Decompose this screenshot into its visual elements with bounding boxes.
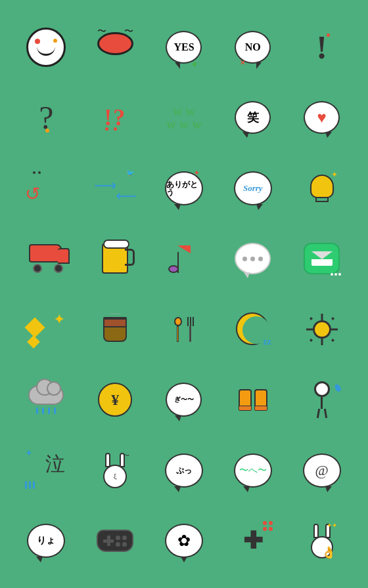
cell-mail	[288, 225, 355, 293]
lightbulb-emoji: ✦	[296, 162, 348, 215]
cell-question: ?	[13, 84, 80, 152]
ray-top	[321, 314, 323, 320]
rabbit-symbol: ξ	[114, 472, 117, 480]
pu-emoji: ぷっ	[158, 444, 210, 497]
cross-dot2	[269, 521, 273, 525]
cell-smiley	[13, 13, 80, 81]
cell-arrow-face: ↺	[13, 154, 80, 222]
cell-wave-bubble: 〜へ〜	[219, 436, 286, 505]
tine2	[190, 317, 191, 326]
cross-dots	[263, 521, 273, 531]
sun-container	[306, 314, 338, 345]
big-mouth	[97, 32, 133, 55]
cell-sorry: Sorry	[219, 154, 286, 222]
truck-body	[29, 244, 62, 262]
bird-arrows: 🐦 ⟶ ⟶	[94, 170, 137, 206]
cell-coffee: ~~~	[82, 295, 149, 364]
stick-body	[321, 397, 323, 409]
cell-boo: ぎ〜〜	[151, 366, 218, 434]
exclaim-mark: !	[316, 31, 327, 64]
dot1	[242, 257, 247, 261]
cutlery-emoji	[158, 303, 210, 356]
sun-body	[313, 320, 331, 339]
cell-shoes	[219, 366, 286, 434]
heart-symbol: ♥	[317, 110, 326, 125]
cell-sweat	[288, 366, 355, 434]
sorry-emoji: Sorry	[227, 162, 279, 215]
cell-lightbulb: ✦	[288, 154, 355, 222]
cell-yes: YES	[151, 13, 218, 81]
laugh-text: 笑	[247, 112, 259, 123]
mail-emoji	[296, 232, 348, 285]
pad-body	[97, 530, 133, 552]
spoon-handle	[177, 326, 179, 342]
eye-right	[53, 39, 57, 43]
sweat-face	[300, 379, 343, 421]
drop2	[42, 408, 44, 414]
cell-yen: ¥	[82, 366, 149, 434]
spoon	[174, 317, 182, 342]
flag-triangle	[177, 245, 191, 253]
small-diamond	[27, 335, 40, 348]
cell-beer	[82, 225, 149, 293]
pu-bubble: ぷっ	[165, 453, 203, 488]
arigatou-emoji: ありがとう ✦	[158, 162, 210, 215]
wavy-emoji: w w w w w	[158, 91, 210, 144]
rabbit-stars: ✦✦	[327, 522, 337, 529]
truck-emoji	[20, 232, 72, 285]
cell-sparkles: ✦	[13, 295, 80, 364]
fork-tines	[187, 317, 194, 326]
cell-wavy: w w w w w	[151, 84, 218, 152]
cell-cutlery	[151, 295, 218, 364]
dbl-exclaim-emoji: !?	[89, 91, 141, 144]
leg-right	[323, 409, 327, 418]
ray-left	[306, 328, 313, 330]
action-buttons	[116, 536, 127, 547]
btn-b	[122, 536, 127, 540]
ray-tr	[331, 317, 334, 320]
btn-a	[116, 536, 120, 540]
lightbulb: ✦	[310, 175, 334, 202]
cell-exclaim: !	[288, 13, 355, 81]
rabbit: ξ 〜	[103, 453, 127, 488]
cross-dot4	[269, 527, 273, 531]
cell-heart: ♥	[288, 84, 355, 152]
rabbit-hand: ✦✦ 👌	[311, 524, 333, 558]
shoe-right	[254, 389, 267, 410]
music-emoji	[158, 232, 210, 285]
cry-drops	[25, 481, 35, 489]
cell-pu: ぷっ	[151, 436, 218, 505]
eye-left	[35, 39, 40, 44]
dot2	[250, 257, 255, 261]
rabbit-ok-emoji: ✦✦ 👌	[296, 514, 348, 567]
laugh-bubble: 笑	[235, 101, 271, 134]
music-flag	[166, 239, 202, 278]
bird-icon: 🐦	[126, 170, 134, 177]
cross-dot1	[263, 521, 267, 525]
x-dot: ✕	[240, 60, 245, 66]
cell-no: NO ✕	[219, 13, 286, 81]
cell-cross: ✚	[219, 507, 286, 576]
rain-emoji	[20, 373, 72, 426]
cloud-body	[28, 385, 64, 405]
mail-dots	[331, 273, 341, 276]
cell-cry: ✦ 泣	[13, 436, 80, 505]
ryo-text: りょ	[37, 536, 55, 545]
note-stem	[177, 252, 179, 273]
arrow-face-emoji: ↺	[20, 162, 72, 215]
cell-dbl-exclaim: !?	[82, 84, 149, 152]
coffee-cup: ~~~	[103, 317, 127, 342]
bird-arrows-emoji: 🐦 ⟶ ⟶	[89, 162, 141, 215]
envelope	[311, 251, 333, 266]
leg-left	[316, 409, 319, 418]
cell-laugh: 笑	[219, 84, 286, 152]
pu-text: ぷっ	[176, 467, 192, 474]
star-dot: ✦	[194, 170, 199, 177]
spiral-bubble: @	[303, 453, 341, 488]
mouth-face: 〜〜	[97, 32, 133, 62]
rabbit-emoji: ξ 〜	[89, 444, 141, 497]
yen-symbol: ¥	[111, 392, 119, 408]
cell-ryo: りょ	[13, 507, 80, 576]
heart-bubble: ♥	[304, 101, 340, 134]
wavy-line1: w w	[173, 104, 195, 117]
